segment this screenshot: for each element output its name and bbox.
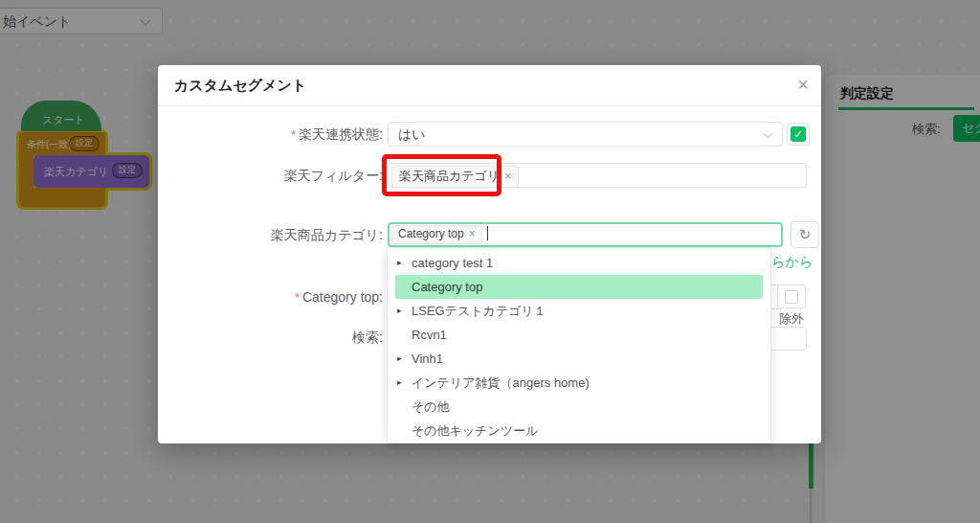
- category-top-label: *Category top:: [158, 284, 383, 310]
- dropdown-item-label: インテリア雑貨（angers home): [412, 375, 590, 390]
- dropdown-item-label: Vinh1: [412, 352, 443, 366]
- rakuten-filter-label: 楽天フィルター:: [158, 163, 383, 188]
- check-icon: ✓: [791, 126, 806, 142]
- dropdown-item[interactable]: ▸Vinh1: [395, 347, 763, 371]
- dropdown-item[interactable]: ▸LSEGテストカテゴリ１: [395, 299, 763, 323]
- exclude-label: 除外: [779, 310, 804, 328]
- dropdown-item-label: LSEGテストカテゴリ１: [412, 304, 546, 318]
- rakuten-category-tag[interactable]: Category top×: [391, 225, 482, 244]
- dropdown-item-label: その他キッチンツール: [412, 423, 538, 438]
- rakuten-link-status-label: *楽天連携状態:: [158, 122, 383, 148]
- dropdown-item-label: category test 1: [412, 256, 493, 270]
- rakuten-category-label: 楽天商品カテゴリ:: [158, 222, 383, 247]
- dropdown-item[interactable]: その他: [395, 395, 763, 419]
- modal-divider: [158, 105, 821, 106]
- caret-right-icon[interactable]: ▸: [397, 347, 402, 371]
- category-dropdown: ▸category test 1Category top▸LSEGテストカテゴリ…: [387, 247, 771, 443]
- dropdown-item[interactable]: Rcvn1: [395, 323, 763, 347]
- required-mark: *: [295, 290, 300, 305]
- dropdown-item-label: Rcvn1: [412, 328, 447, 342]
- dropdown-item[interactable]: その他キッチンツール: [395, 419, 763, 443]
- dropdown-item[interactable]: Category top: [395, 275, 763, 299]
- rakuten-link-status-checkbox[interactable]: ✓: [787, 123, 810, 146]
- caret-right-icon[interactable]: ▸: [397, 371, 402, 395]
- annotation-highlight-box: [382, 154, 501, 196]
- search-label: 検索:: [158, 325, 383, 350]
- caret-right-icon[interactable]: ▸: [397, 251, 402, 275]
- dropdown-item[interactable]: ▸インテリア雑貨（angers home): [395, 371, 763, 395]
- refresh-icon[interactable]: ↻: [791, 221, 819, 248]
- category-help-link[interactable]: らから: [771, 254, 813, 271]
- text-cursor: [487, 226, 489, 240]
- rakuten-link-status-select[interactable]: はい: [388, 122, 783, 147]
- caret-right-icon[interactable]: ▸: [397, 299, 402, 323]
- dropdown-item-label: Category top: [412, 280, 482, 294]
- modal-title: カスタムセグメント: [174, 77, 306, 95]
- exclude-checkbox[interactable]: [777, 284, 806, 308]
- close-icon[interactable]: ×: [797, 71, 809, 98]
- chevron-down-icon: [764, 129, 773, 139]
- rakuten-category-input[interactable]: Category top×: [388, 222, 783, 247]
- required-mark: *: [291, 127, 296, 142]
- dropdown-item-label: その他: [412, 399, 450, 414]
- tag-remove-icon[interactable]: ×: [504, 170, 511, 183]
- rakuten-link-status-value: はい: [398, 126, 426, 142]
- checkbox-unchecked-icon: [785, 290, 798, 304]
- tag-remove-icon[interactable]: ×: [469, 227, 476, 240]
- dropdown-item[interactable]: ▸category test 1: [395, 251, 763, 275]
